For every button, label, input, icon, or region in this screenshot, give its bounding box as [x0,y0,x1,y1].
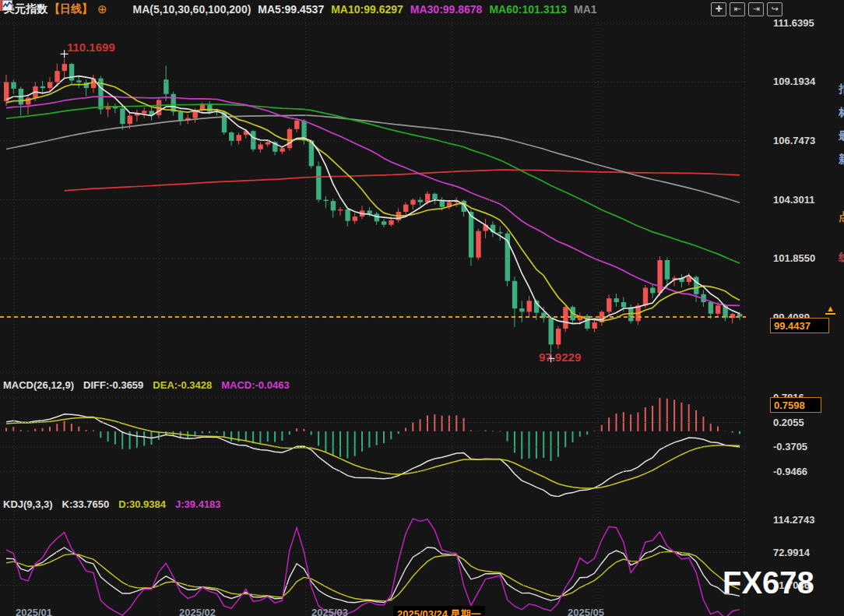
price-axis-label: 101.8550 [773,252,815,264]
chart-toolbar: ✚⇤⇥↪ [711,2,782,16]
time-axis-label: 2025/02 [179,607,216,616]
macd-dea-value: DEA:-0.3428 [153,379,212,391]
snap-left-icon[interactable]: ⇤ [730,2,745,16]
snap-right-icon[interactable]: ⇥ [748,2,764,16]
time-axis-label: 2025/03 [311,607,348,616]
price-axis-label: 106.7473 [773,135,815,146]
kdj-axis-label: 114.2743 [773,514,815,526]
clipped-label: 新 [839,153,844,167]
high-price-annotation: 110.1699 [67,40,115,54]
chart-canvas[interactable] [0,0,844,616]
low-price-annotation: 97.9229 [539,350,581,364]
detach-icon[interactable]: ↪ [767,2,782,16]
right-edge-clipped-panel: 指标最新点线 [839,0,844,616]
chart-app: 美元指数 【日线】 ⊕ MA(5,10,30,60,100,200) MA5:9… [0,0,844,616]
macd-axis-label: -0.9466 [773,466,807,477]
crosshair-date-box: 2025/03/24 星期一 [393,606,485,616]
macd-axis-label: 0.2055 [773,417,804,428]
ma60-value: MA60:101.3113 [489,3,567,16]
macd-axis-label: -0.3705 [773,441,807,452]
ma30-value: MA30:99.8678 [410,3,483,16]
pan-icon[interactable]: ✚ [711,2,726,16]
add-indicator-button[interactable]: ⊕ [97,2,107,16]
ma-more-label: MA1 [574,3,597,16]
ma10-value: MA10:99.6297 [331,3,403,16]
kdj-k-value: K:33.7650 [62,498,110,510]
clipped-label: 标 [839,106,844,120]
price-axis-label: 111.6395 [773,17,814,29]
macd-diff-value: DIFF:-0.3659 [83,379,143,391]
period-selector[interactable]: 【日线】 [49,2,93,16]
clipped-label: 线 [839,251,844,265]
kdj-title: KDJ(9,3,3) [3,498,53,510]
last-price-box: 99.4437 [770,318,829,333]
macd-hist-value: MACD:-0.0463 [221,379,289,391]
chart-type-icon[interactable] [114,4,126,15]
macd-header: MACD(26,12,9) DIFF:-0.3659 DEA:-0.3428 M… [3,379,290,391]
kdj-header: KDJ(9,3,3) K:33.7650 D:30.9384 J:39.4183 [3,498,221,510]
time-axis-label: 2025/05 [568,607,604,616]
kdj-j-value: J:39.4183 [175,498,221,510]
ma5-value: MA5:99.4537 [258,3,324,16]
clipped-label: 点 [839,210,844,224]
price-axis-label: 104.3011 [773,194,815,206]
watermark: FX678 [723,565,814,600]
ma-group-label: MA(5,10,30,60,100,200) [133,3,251,16]
clipped-label: 指 [839,83,844,97]
macd-value-box: 0.7598 [770,397,821,413]
time-axis-label: 2025/01 [16,607,52,616]
scroll-to-latest-button[interactable]: ▲ [825,304,835,315]
macd-title: MACD(26,12,9) [3,379,74,391]
clipped-label: 最 [839,129,844,143]
kdj-axis-label: 72.9914 [773,547,810,558]
kdj-d-value: D:30.9384 [118,498,166,510]
price-axis-label: 109.1934 [773,76,815,87]
